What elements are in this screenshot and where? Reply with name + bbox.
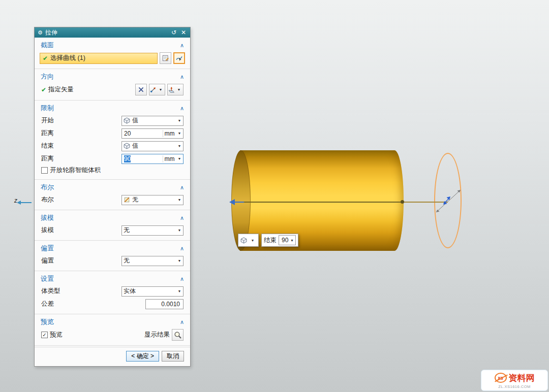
sketch-sheet-icon bbox=[162, 55, 169, 61]
preview-header-label: 预览 bbox=[41, 317, 54, 326]
boolean-header-label: 布尔 bbox=[41, 183, 54, 192]
caret-down-icon[interactable]: ▼ bbox=[176, 259, 183, 263]
tolerance-label: 公差 bbox=[41, 300, 54, 308]
caret-down-icon[interactable]: ▼ bbox=[176, 198, 183, 202]
extrude-direction-arrow-icon[interactable] bbox=[229, 199, 235, 205]
limits-header-label: 限制 bbox=[41, 104, 54, 113]
watermark-url: ZL.XS1616.COM bbox=[498, 384, 531, 389]
end-limit-value: 值 bbox=[132, 142, 174, 150]
vector-arrow-icon bbox=[150, 86, 157, 93]
boolean-label: 布尔 bbox=[41, 195, 54, 204]
open-profile-checkbox[interactable] bbox=[41, 167, 48, 174]
start-label: 开始 bbox=[41, 116, 54, 125]
draft-dropdown[interactable]: 无 ▼ bbox=[121, 225, 184, 236]
boolean-section: 布尔 ∧ 布尔 无 ▼ bbox=[35, 180, 190, 210]
end-distance-unit: mm bbox=[163, 155, 176, 162]
check-icon: ✔ bbox=[43, 55, 48, 62]
preview-section: 预览 ∧ ✓ 预览 显示结果 bbox=[35, 314, 190, 346]
chevron-up-icon[interactable]: ∧ bbox=[180, 215, 184, 221]
extrude-axis-line bbox=[234, 202, 448, 203]
start-distance-value[interactable]: 20 bbox=[122, 130, 163, 137]
caret-down-icon[interactable]: ▼ bbox=[176, 132, 183, 135]
chevron-up-icon[interactable]: ∧ bbox=[180, 42, 184, 49]
ok-button[interactable]: < 确定 > bbox=[126, 351, 159, 362]
draft-section-header[interactable]: 拔模 ∧ bbox=[35, 210, 190, 224]
watermark-logo-text: xs bbox=[498, 375, 503, 381]
check-icon: ✔ bbox=[41, 86, 46, 93]
settings-section-header[interactable]: 设置 ∧ bbox=[35, 271, 190, 285]
dialog-titlebar[interactable]: ⚙ 拉伸 ↺ ✕ bbox=[35, 27, 190, 38]
limits-section-header[interactable]: 限制 ∧ bbox=[35, 101, 190, 114]
watermark-badge: xs 资料网 ZL.XS1616.COM bbox=[481, 370, 548, 391]
reset-button[interactable]: ↺ bbox=[170, 29, 177, 36]
close-button[interactable]: ✕ bbox=[180, 29, 187, 36]
mini-end-label: 结束 bbox=[264, 236, 277, 245]
end-distance-field[interactable]: 90 mm ▼ bbox=[121, 154, 184, 164]
end-limit-dropdown[interactable]: 值 ▼ bbox=[121, 141, 184, 151]
preview-checkbox[interactable]: ✓ bbox=[41, 332, 48, 338]
caret-down-icon[interactable]: ▼ bbox=[176, 289, 183, 293]
sketch-section-button[interactable] bbox=[160, 52, 171, 64]
extrude-dialog: ⚙ 拉伸 ↺ ✕ 截面 ∧ ✔ 选择曲线 (1) 方向 ∧ bbox=[34, 27, 191, 367]
start-limit-value: 值 bbox=[132, 116, 174, 125]
start-limit-dropdown[interactable]: 值 ▼ bbox=[121, 116, 184, 126]
caret-down-icon[interactable]: ▼ bbox=[176, 144, 183, 148]
select-curve-label: 选择曲线 (1) bbox=[50, 54, 85, 62]
caret-down-icon[interactable]: ▼ bbox=[176, 157, 183, 160]
settings-header-label: 设置 bbox=[41, 274, 54, 283]
caret-down-icon[interactable]: ▼ bbox=[288, 239, 295, 242]
caret-down-icon[interactable]: ▼ bbox=[175, 88, 182, 91]
chevron-up-icon[interactable]: ∧ bbox=[180, 74, 184, 80]
z-axis-line bbox=[20, 202, 32, 203]
chevron-up-icon[interactable]: ∧ bbox=[180, 276, 184, 282]
section-section-header[interactable]: 截面 ∧ bbox=[35, 38, 190, 51]
show-result-button[interactable] bbox=[172, 329, 184, 341]
selected-text: 90 bbox=[124, 155, 131, 162]
onscreen-mini-toolbar: ▼ 结束 90 ▼ bbox=[238, 234, 298, 247]
inferred-vector-dropdown[interactable]: ▼ bbox=[149, 84, 165, 95]
specify-vector-label: 指定矢量 bbox=[48, 85, 74, 94]
offset-dropdown[interactable]: 无 ▼ bbox=[121, 256, 184, 266]
section-section: 截面 ∧ ✔ 选择曲线 (1) bbox=[35, 38, 190, 69]
offset-section-header[interactable]: 偏置 ∧ bbox=[35, 241, 190, 254]
body-type-dropdown[interactable]: 实体 ▼ bbox=[121, 286, 184, 297]
watermark-row: xs 资料网 bbox=[495, 372, 535, 384]
caret-down-icon[interactable]: ▼ bbox=[176, 119, 183, 122]
chevron-up-icon[interactable]: ∧ bbox=[180, 245, 184, 252]
direction-section-header[interactable]: 方向 ∧ bbox=[35, 69, 190, 83]
mini-limit-type-dropdown[interactable]: ▼ bbox=[238, 234, 259, 247]
tolerance-field[interactable]: 0.0010 bbox=[145, 299, 184, 309]
boolean-dropdown[interactable]: 无 ▼ bbox=[121, 195, 184, 205]
chevron-up-icon[interactable]: ∧ bbox=[180, 105, 184, 112]
caret-down-icon[interactable]: ▼ bbox=[176, 228, 183, 232]
end-distance-label: 距离 bbox=[41, 154, 54, 163]
offset-header-label: 偏置 bbox=[41, 244, 54, 253]
start-distance-label: 距离 bbox=[41, 129, 54, 138]
show-result-label: 显示结果 bbox=[144, 331, 170, 339]
caret-down-icon[interactable]: ▼ bbox=[249, 239, 256, 242]
cancel-button[interactable]: 取消 bbox=[162, 351, 184, 362]
draft-label: 拔模 bbox=[41, 226, 54, 235]
cube-icon bbox=[124, 117, 130, 124]
direction-flip-handle[interactable] bbox=[434, 187, 463, 215]
chevron-up-icon[interactable]: ∧ bbox=[180, 319, 184, 325]
chevron-up-icon[interactable]: ∧ bbox=[180, 184, 184, 191]
start-distance-unit: mm bbox=[163, 130, 176, 137]
face-normal-dropdown[interactable]: ▼ bbox=[167, 84, 184, 95]
boolean-section-header[interactable]: 布尔 ∧ bbox=[35, 180, 190, 193]
select-curve-field[interactable]: ✔ 选择曲线 (1) bbox=[40, 53, 158, 64]
caret-down-icon[interactable]: ▼ bbox=[157, 88, 164, 91]
vector-dialog-button[interactable] bbox=[135, 84, 147, 95]
preview-section-header[interactable]: 预览 ∧ bbox=[35, 314, 190, 328]
end-distance-value[interactable]: 90 bbox=[122, 155, 163, 162]
distance-drag-handle[interactable] bbox=[401, 200, 404, 204]
start-distance-field[interactable]: 20 mm ▼ bbox=[121, 128, 184, 139]
section-header-label: 截面 bbox=[41, 41, 54, 50]
plane-normal-icon bbox=[168, 86, 175, 93]
select-curve-icon bbox=[176, 55, 182, 61]
direction-header-label: 方向 bbox=[41, 72, 54, 81]
draft-header-label: 拔模 bbox=[41, 213, 54, 222]
settings-section: 设置 ∧ 体类型 实体 ▼ 公差 0.0010 bbox=[35, 271, 190, 314]
curve-rule-button[interactable] bbox=[173, 52, 185, 64]
mini-end-distance-dropdown[interactable]: 90 ▼ bbox=[279, 235, 296, 245]
